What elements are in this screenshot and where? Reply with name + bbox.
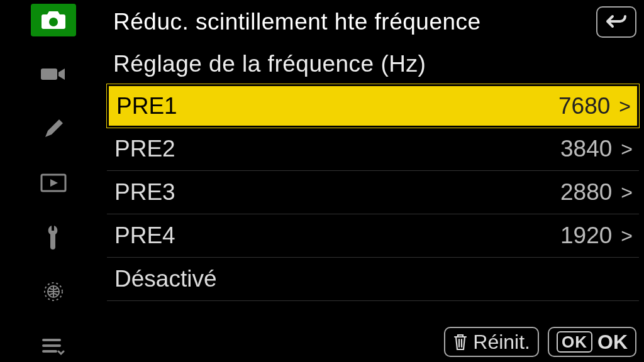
sidebar-tab-video[interactable] — [31, 58, 76, 90]
preset-list: PRE17680>PRE23840>PRE32880>PRE41920>Désa… — [107, 84, 644, 322]
pencil-icon — [42, 117, 65, 141]
page-title: Réduc. scintillement hte fréquence — [113, 9, 596, 35]
preset-label: PRE4 — [114, 222, 560, 249]
ok-button[interactable]: OK OK — [548, 327, 636, 357]
svg-point-0 — [49, 18, 58, 26]
sidebar-tab-network[interactable] — [31, 275, 76, 307]
svg-rect-1 — [41, 69, 57, 80]
chevron-right-icon: > — [621, 226, 633, 246]
ok-label: OK — [597, 331, 628, 354]
chevron-right-icon: > — [621, 139, 633, 159]
sidebar-tab-photo[interactable] — [31, 4, 76, 36]
network-icon — [41, 279, 66, 304]
playback-icon — [40, 173, 67, 192]
mymenu-icon — [41, 336, 66, 355]
preset-value: 7680 — [558, 93, 610, 119]
preset-value: 1920 — [560, 222, 612, 249]
preset-value: 3840 — [560, 136, 612, 162]
preset-label: PRE1 — [116, 93, 558, 119]
preset-value: 2880 — [560, 179, 612, 206]
preset-row[interactable]: PRE17680> — [107, 84, 639, 128]
preset-row[interactable]: PRE23840> — [107, 128, 639, 171]
reset-label: Réinit. — [473, 331, 530, 354]
camera-icon — [40, 9, 67, 31]
header: Réduc. scintillement hte fréquence — [107, 0, 644, 44]
chevron-right-icon: > — [621, 182, 633, 202]
wrench-icon — [44, 224, 63, 250]
preset-label: PRE3 — [114, 179, 560, 206]
preset-row[interactable]: PRE41920> — [107, 214, 639, 258]
sidebar-tab-mymenu[interactable] — [31, 329, 76, 362]
trash-icon — [453, 332, 468, 351]
preset-label: Désactivé — [114, 266, 612, 292]
sidebar — [0, 0, 107, 362]
preset-label: PRE2 — [114, 136, 560, 162]
ok-box-icon: OK — [557, 331, 592, 353]
preset-row[interactable]: Désactivé> — [107, 258, 639, 301]
reset-button[interactable]: Réinit. — [444, 327, 539, 357]
footer: Réinit. OK OK — [107, 322, 644, 362]
sidebar-tab-custom[interactable] — [31, 112, 76, 145]
back-arrow-icon — [604, 13, 629, 31]
main-panel: Réduc. scintillement hte fréquence Régla… — [107, 0, 644, 362]
sidebar-tab-setup[interactable] — [31, 221, 76, 253]
preset-row[interactable]: PRE32880> — [107, 171, 639, 214]
subtitle: Réglage de la fréquence (Hz) — [107, 44, 644, 84]
sidebar-tab-playback[interactable] — [31, 167, 76, 199]
back-button[interactable] — [596, 6, 636, 38]
video-icon — [40, 65, 67, 84]
chevron-right-icon: > — [619, 96, 631, 116]
